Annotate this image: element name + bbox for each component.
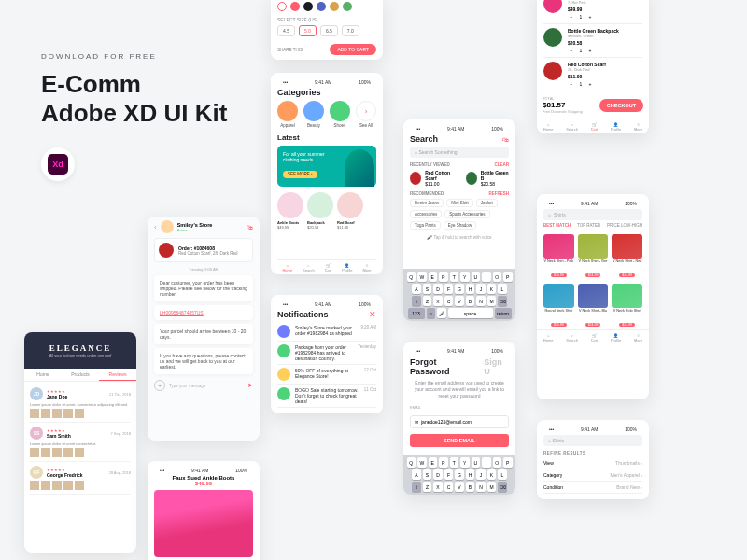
tab-home[interactable]: ⌂Home bbox=[282, 263, 292, 273]
tab-profile[interactable]: 👤Profile bbox=[611, 333, 621, 343]
key[interactable]: R bbox=[439, 272, 448, 282]
filter-toprated[interactable]: TOP RATED bbox=[577, 223, 600, 228]
product-card[interactable]: Backpack$20.58 bbox=[307, 192, 333, 230]
product-card[interactable]: V Neck Shirt - Pink $24.99 bbox=[543, 234, 574, 280]
qty-plus[interactable]: + bbox=[586, 81, 594, 87]
key[interactable]: J bbox=[476, 469, 486, 480]
refine-row[interactable]: ViewThumbnails › bbox=[543, 457, 642, 469]
key[interactable]: L bbox=[498, 284, 507, 294]
category-shoes[interactable]: Shoes bbox=[330, 101, 350, 128]
chip[interactable]: Sports Accessories bbox=[444, 210, 489, 218]
product-card[interactable]: Ankle Boots$49.99 bbox=[277, 192, 303, 230]
tab-more[interactable]: ≡More bbox=[634, 122, 642, 132]
keyboard[interactable]: QWERTYUIOP ASDFGHJKL ⇧ZXCVBNM⌫ bbox=[403, 455, 515, 495]
key[interactable]: V bbox=[455, 296, 464, 306]
size-option[interactable]: 4.5 bbox=[277, 25, 295, 36]
key[interactable]: V bbox=[455, 482, 464, 492]
color-swatch[interactable] bbox=[330, 2, 339, 11]
key[interactable]: M bbox=[487, 296, 497, 306]
qty-minus[interactable]: − bbox=[568, 48, 575, 53]
key[interactable]: T bbox=[450, 457, 459, 468]
product-card[interactable]: V Neck Shirt - Red $24.99 bbox=[612, 234, 642, 280]
cart-item[interactable]: Bottle Green Backpack Medium, Green $20.… bbox=[543, 24, 642, 58]
size-option[interactable]: 6.5 bbox=[320, 25, 338, 36]
product-card[interactable]: V Neck Polo Shirt $24.99 bbox=[612, 284, 642, 329]
share-button[interactable]: SHARE THIS bbox=[277, 48, 303, 52]
notification-row[interactable]: BOGO Sale starting tomorrow. Don't forge… bbox=[277, 385, 376, 408]
attach-icon[interactable]: + bbox=[154, 380, 165, 391]
chip[interactable]: Mini Skirt bbox=[446, 199, 473, 207]
key[interactable]: R bbox=[439, 457, 448, 468]
chip[interactable]: Eye Shadow bbox=[444, 221, 476, 230]
key[interactable]: U bbox=[472, 272, 481, 282]
search-input[interactable]: ⌕ Shirts bbox=[543, 435, 642, 446]
category-beauty[interactable]: Beauty bbox=[303, 101, 324, 128]
key[interactable]: P bbox=[503, 272, 513, 282]
search-input[interactable]: ⌕ Search Something bbox=[410, 147, 509, 158]
color-swatch[interactable] bbox=[290, 2, 300, 11]
tab-more[interactable]: ≡More bbox=[362, 263, 371, 273]
color-check-icon[interactable] bbox=[277, 2, 287, 11]
tab-profile[interactable]: 👤Profile bbox=[611, 122, 621, 132]
key[interactable]: J bbox=[476, 284, 486, 294]
key[interactable]: I bbox=[482, 272, 491, 282]
send-icon[interactable]: ➤ bbox=[247, 382, 253, 389]
key[interactable]: S bbox=[423, 284, 432, 294]
product-card[interactable]: V Neck Shirt - Blu $24.99 bbox=[578, 284, 609, 329]
key[interactable]: I bbox=[482, 457, 491, 468]
key[interactable]: B bbox=[466, 296, 475, 306]
tab-home[interactable]: Home bbox=[24, 369, 62, 381]
color-swatch[interactable] bbox=[303, 2, 313, 11]
notification-row[interactable]: Package from your order #1982984 has arr… bbox=[277, 342, 376, 365]
key[interactable]: Q bbox=[407, 457, 416, 468]
key[interactable]: L bbox=[498, 469, 507, 480]
close-icon[interactable]: ✕ bbox=[369, 310, 376, 319]
product-card[interactable]: Red Scarf$11.00 bbox=[337, 192, 363, 230]
clear-button[interactable]: CLEAR bbox=[495, 162, 510, 167]
tab-cart[interactable]: 🛒Cart bbox=[325, 263, 332, 273]
key[interactable]: W bbox=[417, 457, 427, 468]
color-swatch[interactable] bbox=[317, 2, 326, 11]
category-seeall[interactable]: ›See All bbox=[356, 101, 376, 128]
tab-cart[interactable]: 🛒Cart bbox=[591, 333, 599, 343]
chip[interactable]: Denim Jeans bbox=[410, 199, 444, 207]
key[interactable]: G bbox=[455, 469, 464, 480]
key[interactable]: F bbox=[444, 284, 454, 294]
filter-bestmatch[interactable]: BEST MATCH bbox=[543, 223, 571, 228]
key[interactable]: Z bbox=[423, 296, 432, 306]
key[interactable]: H bbox=[466, 284, 475, 294]
order-card[interactable]: Order: #1084608Red Cotton Scarf, 2ft, Da… bbox=[154, 238, 253, 262]
chip[interactable]: Yoga Pants bbox=[410, 221, 441, 230]
keyboard[interactable]: QWERTYUIOP ASDFGHJKL ⇧ZXCVBNM⌫ 123☺🎤spac… bbox=[403, 269, 515, 321]
tab-profile[interactable]: 👤Profile bbox=[342, 263, 352, 273]
cart-item[interactable]: Red Cotton Scarf 2ft, Dark Red $11.00 −1… bbox=[543, 58, 642, 91]
refine-row[interactable]: ConditionBrand New › bbox=[543, 482, 642, 494]
key[interactable]: Y bbox=[460, 457, 470, 468]
mic-key[interactable]: 🎤 bbox=[437, 308, 446, 318]
filter-price[interactable]: PRICE LOW-HIGH bbox=[607, 223, 642, 228]
tab-products[interactable]: Products bbox=[62, 369, 99, 381]
product-card[interactable]: V Neck Shirt - Gre $24.99 bbox=[578, 234, 609, 280]
key[interactable]: X bbox=[433, 482, 443, 492]
qty-minus[interactable]: − bbox=[568, 14, 575, 20]
recent-item[interactable]: Bottle Green B$20.58 bbox=[466, 170, 509, 187]
num-key[interactable]: 123 bbox=[408, 308, 425, 318]
key[interactable]: C bbox=[444, 296, 454, 306]
key[interactable]: N bbox=[476, 296, 486, 306]
back-icon[interactable]: ‹ bbox=[154, 223, 157, 231]
recent-item[interactable]: Red Cotton Scarf$11.00 bbox=[410, 170, 458, 187]
key[interactable]: T bbox=[450, 272, 459, 282]
key[interactable]: Y bbox=[460, 272, 470, 282]
qty-minus[interactable]: − bbox=[568, 81, 575, 87]
product-card[interactable]: Round Neck Shirt $24.99 bbox=[543, 284, 574, 329]
cart-icon[interactable]: 🛍 bbox=[247, 224, 253, 231]
key[interactable]: D bbox=[433, 469, 443, 480]
key[interactable]: Q bbox=[407, 272, 416, 282]
color-swatch[interactable] bbox=[343, 2, 352, 11]
key[interactable]: U bbox=[472, 457, 481, 468]
space-key[interactable]: space bbox=[448, 308, 493, 318]
key[interactable]: C bbox=[444, 482, 454, 492]
chip[interactable]: Jacket bbox=[476, 199, 498, 207]
tracking-link[interactable]: LH009584874857US bbox=[154, 305, 253, 320]
shift-key[interactable]: ⇧ bbox=[412, 296, 421, 306]
